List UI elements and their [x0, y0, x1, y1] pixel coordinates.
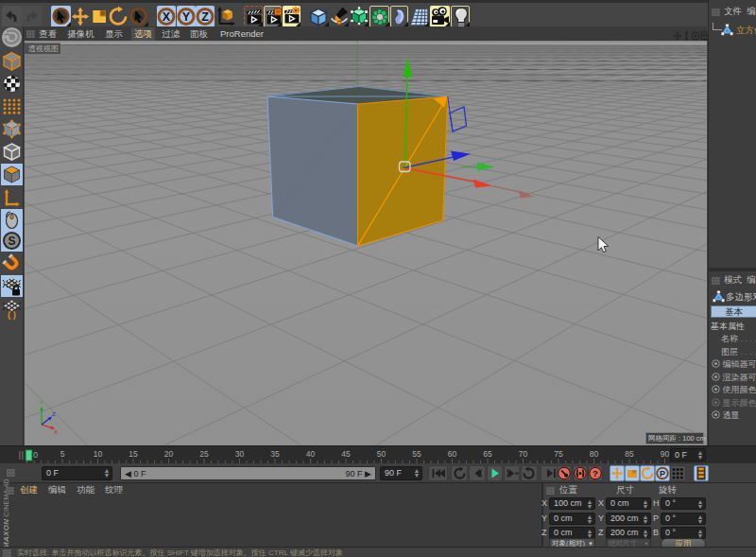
svg-text:10: 10: [94, 449, 103, 459]
svg-text:5: 5: [60, 449, 65, 459]
svg-text:Z: Z: [52, 411, 56, 417]
svg-text:0: 0: [33, 450, 38, 460]
svg-text:25: 25: [199, 449, 209, 459]
svg-text:( ): ( ): [8, 309, 16, 320]
svg-text:60: 60: [448, 449, 457, 459]
svg-text:90: 90: [661, 449, 670, 459]
svg-text:Z: Z: [201, 10, 209, 24]
svg-text:55: 55: [412, 449, 421, 459]
svg-text:50: 50: [377, 449, 387, 459]
svg-text:75: 75: [554, 449, 563, 459]
svg-text:20: 20: [164, 449, 174, 459]
svg-text:?: ?: [593, 468, 598, 479]
svg-text:网格间距 : 100 cm: 网格间距 : 100 cm: [648, 434, 706, 443]
svg-text:35: 35: [270, 449, 280, 459]
svg-text:15: 15: [129, 449, 138, 459]
svg-text:Y: Y: [181, 10, 190, 24]
svg-text:45: 45: [341, 449, 351, 459]
svg-text:透视视图: 透视视图: [28, 44, 59, 53]
svg-text:X: X: [163, 10, 171, 24]
svg-text:70: 70: [519, 449, 528, 459]
svg-text:65: 65: [483, 449, 492, 459]
svg-text:85: 85: [625, 449, 634, 459]
svg-text:X: X: [54, 429, 58, 435]
svg-text:80: 80: [590, 449, 599, 459]
svg-text:S: S: [8, 235, 15, 248]
svg-text:P: P: [660, 469, 665, 479]
svg-text:40: 40: [306, 449, 316, 459]
svg-text:30: 30: [235, 449, 245, 459]
svg-text:Y: Y: [40, 400, 43, 406]
